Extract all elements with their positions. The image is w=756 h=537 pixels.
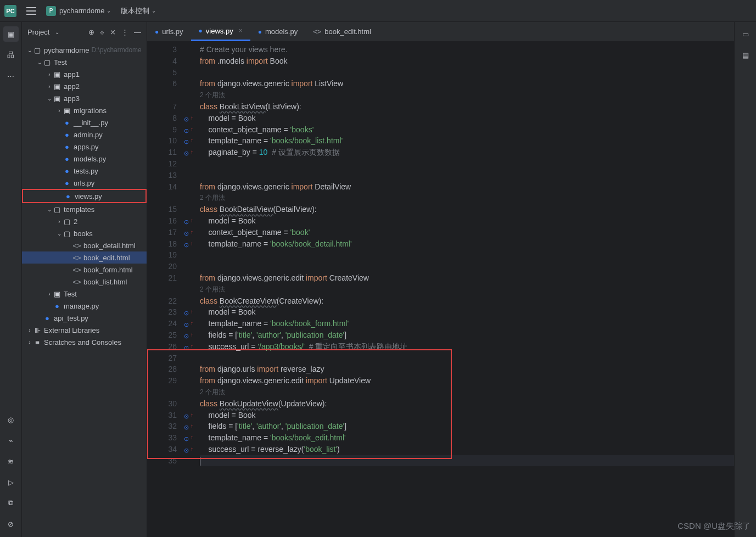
tree-file[interactable]: ●manage.py <box>22 300 147 312</box>
tree-file[interactable]: ●api_test.py <box>22 312 147 324</box>
code-content[interactable]: # Create your views here. from .models i… <box>195 42 734 537</box>
tree-file[interactable]: <>book_detail.html <box>22 239 147 251</box>
terminal-icon[interactable]: ⧉ <box>3 495 19 511</box>
watermark: CSDN @U盘失踪了 <box>677 521 751 532</box>
editor-tabs: ●urls.py ●views.py× ●models.py <>book_ed… <box>147 22 734 42</box>
python-console-icon[interactable]: ◎ <box>3 412 19 427</box>
tree-scratches[interactable]: ›≡Scratches and Consoles <box>22 336 147 348</box>
tab-views[interactable]: ●views.py× <box>191 22 250 41</box>
tree-file[interactable]: ●urls.py <box>22 177 147 189</box>
select-opened-icon[interactable]: ⊕ <box>88 28 94 36</box>
tree-folder[interactable]: ›▣migrations <box>22 104 147 116</box>
tree-root[interactable]: ⌄▢pycharmdomeD:\pycharmdome <box>22 44 147 56</box>
options-icon[interactable]: ⋮ <box>121 28 128 36</box>
tree-folder[interactable]: ⌄▢templates <box>22 203 147 215</box>
right-tool-rail: ▭ ▤ <box>734 22 756 537</box>
tree-file[interactable]: <>book_list.html <box>22 276 147 288</box>
left-tool-rail: ▣ 品 ⋯ ◎ ⌁ ≋ ▷ ⧉ ⊘ <box>0 22 22 537</box>
project-title: Project <box>27 28 49 36</box>
run-icon[interactable]: ▷ <box>3 474 19 490</box>
chevron-down-icon: ⌄ <box>107 8 111 14</box>
hide-icon[interactable]: — <box>134 28 141 36</box>
text-caret <box>200 457 200 466</box>
chevron-down-icon[interactable]: ⌄ <box>55 29 59 35</box>
close-icon[interactable]: × <box>239 27 243 35</box>
editor-area: ●urls.py ●views.py× ●models.py <>book_ed… <box>147 22 734 537</box>
vcs-dropdown[interactable]: 版本控制 ⌄ <box>121 6 156 16</box>
tree-file[interactable]: ●models.py <box>22 153 147 165</box>
tree-external-libs[interactable]: ›⊪External Libraries <box>22 324 147 336</box>
tree-file[interactable]: ●admin.py <box>22 128 147 141</box>
notifications-icon[interactable]: ▭ <box>738 26 753 42</box>
tree-file[interactable]: ●__init__.py <box>22 116 147 128</box>
database-icon[interactable]: ▤ <box>738 47 753 63</box>
project-dropdown[interactable]: P pycharmdome ⌄ <box>46 6 111 16</box>
problems-icon[interactable]: ⊘ <box>3 516 19 532</box>
line-gutter: 3456 7 8⊙ 9⊙ 10⊙ 11⊙ 121314 15 16⊙ 17⊙ 1… <box>147 42 180 537</box>
chevron-down-icon: ⌄ <box>152 8 156 14</box>
more-icon[interactable]: ⋯ <box>3 68 19 83</box>
python-icon[interactable]: ⌁ <box>3 433 19 448</box>
tree-folder[interactable]: ›▢2 <box>22 215 147 227</box>
tree-file-selected[interactable]: <>book_edit.html <box>22 251 147 264</box>
tab-urls[interactable]: ●urls.py <box>147 22 191 41</box>
structure-icon[interactable]: 品 <box>3 47 19 63</box>
tab-models[interactable]: ●models.py <box>250 22 306 41</box>
project-name: pycharmdome <box>59 7 104 15</box>
tab-book-edit[interactable]: <>book_edit.html <box>305 22 379 41</box>
services-icon[interactable]: ≋ <box>3 454 19 469</box>
folder-icon[interactable]: ▣ <box>3 26 19 42</box>
tree-file[interactable]: ●apps.py <box>22 141 147 153</box>
tree-folder[interactable]: ›▣Test <box>22 288 147 300</box>
main-menu-icon[interactable] <box>26 7 36 15</box>
collapse-all-icon[interactable]: ⤫ <box>110 28 116 36</box>
tree-folder[interactable]: ›▣app2 <box>22 80 147 92</box>
tree-folder[interactable]: ⌄▢Test <box>22 56 147 68</box>
expand-all-icon[interactable]: ⟐ <box>100 28 104 36</box>
top-toolbar: PC P pycharmdome ⌄ 版本控制 ⌄ <box>0 0 756 22</box>
tree-folder[interactable]: ⌄▢books <box>22 227 147 239</box>
tree-file-views[interactable]: ●views.py <box>22 189 147 203</box>
project-header: Project ⌄ ⊕ ⟐ ⤫ ⋮ — <box>22 22 147 42</box>
tree-file[interactable]: ●tests.py <box>22 165 147 177</box>
pycharm-logo: PC <box>4 5 16 17</box>
project-tool-window: Project ⌄ ⊕ ⟐ ⤫ ⋮ — ⌄▢pycharmdomeD:\pych… <box>22 22 147 537</box>
tree-folder[interactable]: ›▣app1 <box>22 68 147 80</box>
tree-file[interactable]: <>book_form.html <box>22 264 147 276</box>
project-icon: P <box>46 6 56 16</box>
editor-body[interactable]: 3456 7 8⊙ 9⊙ 10⊙ 11⊙ 121314 15 16⊙ 17⊙ 1… <box>147 42 734 537</box>
project-tree[interactable]: ⌄▢pycharmdomeD:\pycharmdome ⌄▢Test ›▣app… <box>22 42 147 537</box>
tree-folder[interactable]: ⌄▣app3 <box>22 92 147 104</box>
